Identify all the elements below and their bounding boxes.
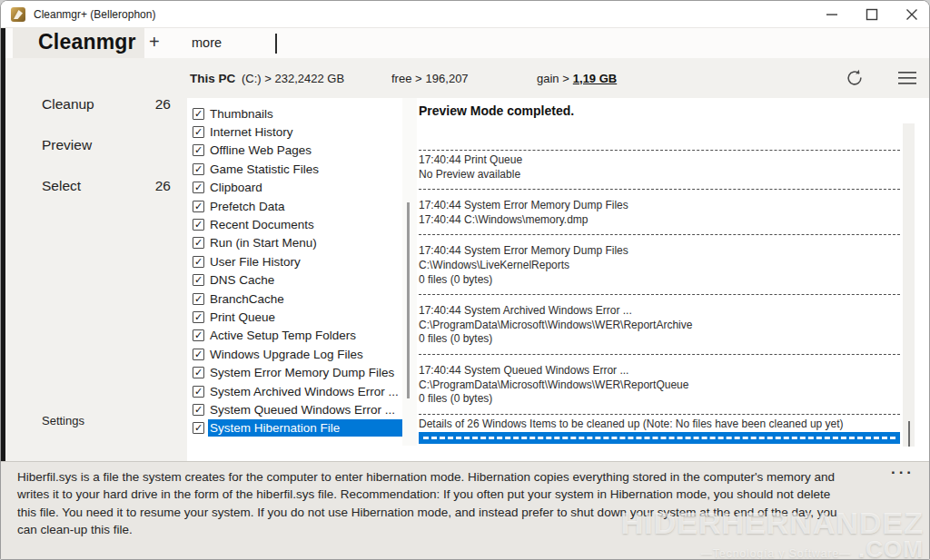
log-line: 17:40:44 System Error Memory Dump Files (419, 244, 903, 259)
info-bar: This PC (C:) > 232,2422 GB free >196,207… (187, 58, 930, 98)
cleanup-items-list: ✓Thumbnails✓Internet History✓Offline Web… (187, 98, 402, 446)
gain-value-link[interactable]: 1,19 GB (573, 72, 617, 85)
checkbox-icon[interactable]: ✓ (193, 163, 204, 175)
checklist-item-label: Windows Upgrade Log Files (210, 348, 363, 361)
checklist-item-label: BranchCache (210, 292, 284, 306)
checklist-item[interactable]: ✓Recent Documents (193, 215, 402, 233)
minimize-button[interactable] (816, 4, 847, 25)
checklist-item-label: Clipboard (210, 181, 262, 194)
watermark-subtitle: —Tecnología y Software— (701, 547, 851, 560)
more-options-button[interactable]: ··· (891, 464, 915, 482)
log-line: C:\Windows\LiveKernelReports (419, 259, 903, 273)
checkbox-icon[interactable]: ✓ (193, 126, 204, 138)
checkbox-icon[interactable]: ✓ (193, 293, 204, 305)
checklist-item[interactable]: ✓System Archived Windows Error ... (193, 382, 402, 400)
log-gap (419, 121, 903, 142)
log-separator (419, 407, 900, 415)
checklist-item[interactable]: ✓Active Setup Temp Folders (193, 327, 402, 345)
checkbox-icon[interactable]: ✓ (193, 201, 204, 212)
checklist-item[interactable]: ✓System Error Memory Dump Files (193, 363, 402, 381)
checkbox-icon[interactable]: ✓ (193, 256, 204, 268)
checklist-item-label: Internet History (210, 125, 293, 139)
preview-scrollbar-thumb[interactable] (908, 421, 910, 447)
watermark-suffix: .COM (858, 537, 924, 560)
checkbox-icon[interactable]: ✓ (193, 237, 204, 249)
checklist-item[interactable]: ✓Prefetch Data (193, 197, 402, 215)
checklist-item-label: System Hibernation File (208, 419, 402, 437)
log-separator (419, 182, 900, 190)
checklist-item[interactable]: ✓Clipboard (193, 179, 402, 197)
log-line: 17:40:44 Print Queue (419, 153, 903, 168)
checklist-item-label: System Archived Windows Error ... (210, 385, 399, 398)
log-gap (419, 192, 903, 199)
checklist-item[interactable]: ✓DNS Cache (193, 271, 402, 290)
checklist-item[interactable]: ✓System Hibernation File (193, 419, 402, 437)
log-separator (419, 287, 900, 295)
sidebar: Cleanup26PreviewSelect26 Settings (5, 58, 187, 461)
drive-size-label: (C:) > 232,2422 GB (242, 72, 344, 85)
this-pc-label: This PC (190, 72, 235, 85)
watermark: HIDERHERNANDEZ —Tecnología y Software— .… (621, 508, 924, 560)
checklist-item-label: Recent Documents (210, 218, 314, 231)
checkbox-icon[interactable]: ✓ (193, 108, 204, 120)
checklist-item-label: Active Setup Temp Folders (210, 329, 356, 342)
checkbox-icon[interactable]: ✓ (193, 182, 204, 193)
checklist-item[interactable]: ✓Run (in Start Menu) (193, 234, 402, 252)
details-panel: Hiberfil.sys is a file the system create… (1, 461, 930, 560)
sidebar-item-preview[interactable]: Preview (5, 137, 187, 178)
checkbox-icon[interactable]: ✓ (193, 404, 204, 416)
refresh-icon[interactable] (845, 68, 865, 88)
checkbox-icon[interactable]: ✓ (193, 311, 204, 323)
log-line: C:\ProgramData\Microsoft\Windows\WER\Rep… (419, 319, 903, 333)
new-tab-button[interactable]: + (149, 32, 160, 53)
checklist-item[interactable]: ✓BranchCache (193, 290, 402, 308)
close-button[interactable] (896, 4, 927, 25)
checklist-item-label: Offline Web Pages (210, 143, 312, 157)
checklist-item[interactable]: ✓Internet History (193, 123, 402, 141)
checkbox-icon[interactable]: ✓ (193, 422, 204, 434)
checkbox-icon[interactable]: ✓ (193, 349, 204, 360)
checklist-item-label: Game Statistic Files (210, 162, 319, 176)
checklist-item[interactable]: ✓System Queued Windows Error ... (193, 400, 402, 418)
preview-scrollbar[interactable] (903, 123, 915, 447)
sidebar-item-select[interactable]: Select26 (5, 178, 187, 219)
log-line: 17:40:44 System Error Memory Dump Files (419, 199, 903, 213)
checklist-item[interactable]: ✓Offline Web Pages (193, 142, 402, 160)
checklist-item[interactable]: ✓User File History (193, 252, 402, 270)
checklist-scrollbar-thumb[interactable] (407, 202, 410, 398)
log-separator (419, 142, 900, 151)
checklist-item[interactable]: ✓Print Queue (193, 308, 402, 326)
sidebar-item-label: Cleanup (42, 96, 155, 113)
log-gap (419, 238, 903, 244)
maximize-button[interactable] (856, 4, 887, 25)
log-separator-selected[interactable] (419, 432, 900, 444)
tab-more[interactable]: more (192, 35, 222, 50)
watermark-title: HIDERHERNANDEZ (621, 508, 924, 537)
log-line: 17:40:44 System Archived Windows Error .… (419, 304, 903, 319)
log-line: 0 files (0 bytes) (419, 273, 903, 288)
sidebar-item-settings[interactable]: Settings (42, 414, 84, 427)
checkbox-icon[interactable]: ✓ (193, 219, 204, 231)
app-window: Cleanmgr+ (Bellerophon) Cleanmgr + more … (0, 0, 930, 560)
checkbox-icon[interactable]: ✓ (193, 274, 204, 286)
checklist-item[interactable]: ✓Thumbnails (193, 104, 402, 123)
sidebar-item-count: 26 (155, 178, 171, 194)
checklist-item-label: User File History (210, 255, 301, 269)
sidebar-item-cleanup[interactable]: Cleanup26 (5, 96, 187, 137)
checkbox-icon[interactable]: ✓ (193, 386, 204, 398)
log-line: 17:40:44 C:\Windows\memory.dmp (419, 213, 903, 228)
checklist-item[interactable]: ✓Game Statistic Files (193, 160, 402, 178)
log-line: No Preview available (419, 168, 903, 182)
tab-cleanmgr-label: Cleanmgr (38, 30, 136, 54)
log-gap (419, 358, 903, 364)
checkbox-icon[interactable]: ✓ (193, 144, 204, 156)
checkbox-icon[interactable]: ✓ (193, 367, 204, 378)
hamburger-menu-icon[interactable] (897, 70, 917, 86)
checklist-item[interactable]: ✓Windows Upgrade Log Files (193, 345, 402, 363)
checkbox-icon[interactable]: ✓ (193, 329, 204, 341)
checklist-scrollbar[interactable] (402, 98, 417, 446)
sidebar-item-label: Preview (42, 137, 171, 153)
preview-log: 17:40:44 Print QueueNo Preview available… (419, 121, 903, 444)
tab-cleanmgr[interactable]: Cleanmgr (13, 28, 144, 58)
log-line: 0 files (0 bytes) (419, 392, 903, 407)
